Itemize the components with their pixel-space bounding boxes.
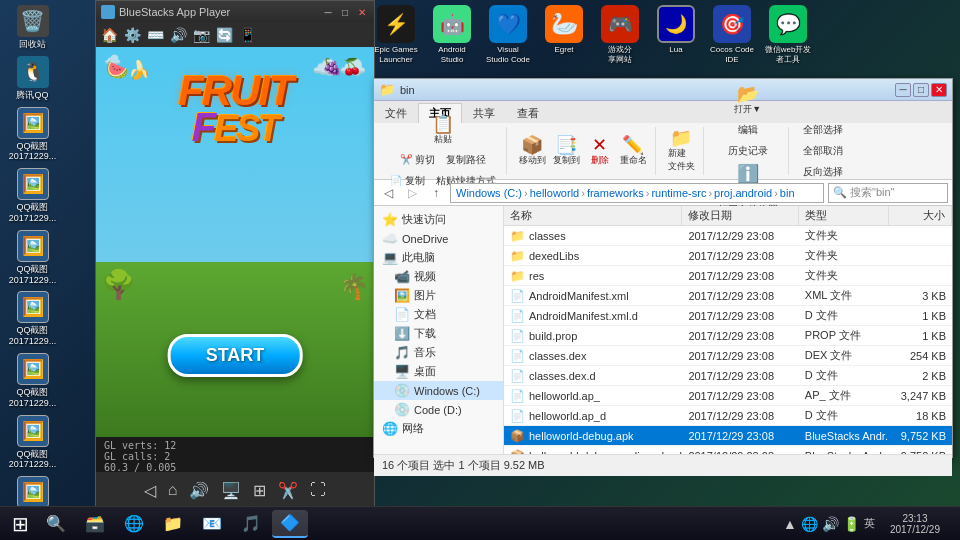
ribbon-copy-path-button[interactable]: 复制路径: [442, 151, 490, 169]
cocos-icon[interactable]: 🎯 Cocos CodeIDE: [706, 5, 758, 64]
taskbar-task-view-button[interactable]: 🗃️: [77, 510, 113, 538]
taskbar-edge-button[interactable]: 🌐: [116, 510, 152, 538]
address-path[interactable]: Windows (C:) › helloworld › frameworks ›…: [450, 183, 824, 203]
nav-item-video[interactable]: 📹 视频: [374, 267, 503, 286]
file-row-manifest-d[interactable]: 📄AndroidManifest.xml.d 2017/12/29 23:08 …: [504, 306, 952, 326]
emulator-volume-up-icon[interactable]: 🔊: [189, 481, 209, 500]
emulator-settings-icon[interactable]: ⚙️: [124, 27, 141, 43]
nav-item-onedrive[interactable]: ☁️ OneDrive: [374, 229, 503, 248]
file-row-manifest-xml[interactable]: 📄AndroidManifest.xml 2017/12/29 23:08 XM…: [504, 286, 952, 306]
forward-button[interactable]: ▷: [402, 183, 422, 203]
ribbon-rename-button[interactable]: ✏️ 重命名: [618, 134, 649, 169]
taskbar-clock[interactable]: 23:13 2017/12/29: [884, 513, 946, 535]
nav-item-quickaccess[interactable]: ⭐ 快速访问: [374, 210, 503, 229]
ribbon-history-button[interactable]: 历史记录: [724, 142, 772, 160]
file-row-dexedlibs[interactable]: 📁dexedLibs 2017/12/29 23:08 文件夹: [504, 246, 952, 266]
ribbon-select-all-button[interactable]: 全部选择: [799, 121, 847, 139]
nav-item-pictures[interactable]: 🖼️ 图片: [374, 286, 503, 305]
back-button[interactable]: ◁: [378, 183, 398, 203]
col-date-header[interactable]: 修改日期: [682, 206, 798, 225]
desktop-icon-screenshot3[interactable]: 🖼️ QQ截图20171229...: [5, 230, 60, 286]
emulator-maximize-button[interactable]: □: [338, 5, 352, 19]
nav-item-downloads[interactable]: ⬇️ 下载: [374, 324, 503, 343]
emulator-resize-icon[interactable]: ✂️: [278, 481, 298, 500]
nav-item-code-d[interactable]: 💿 Code (D:): [374, 400, 503, 419]
start-button[interactable]: ⊞: [5, 510, 35, 538]
emulator-rotate-icon[interactable]: 🔄: [216, 27, 233, 43]
file-row-apd[interactable]: 📄helloworld.ap_d 2017/12/29 23:08 D 文件 1…: [504, 406, 952, 426]
nav-item-network[interactable]: 🌐 网络: [374, 419, 503, 438]
emulator-close-button[interactable]: ✕: [355, 5, 369, 19]
emulator-keyboard-icon[interactable]: ⌨️: [147, 27, 164, 43]
file-row-res[interactable]: 📁res 2017/12/29 23:08 文件夹: [504, 266, 952, 286]
game-share-icon[interactable]: 🎮 游戏分享网站: [594, 5, 646, 64]
desktop-icon-screenshot6[interactable]: 🖼️ QQ截图20171229...: [5, 415, 60, 471]
ribbon-cut-button[interactable]: ✂️ 剪切: [396, 151, 439, 169]
game-start-button[interactable]: START: [168, 334, 303, 377]
col-size-header[interactable]: 大小: [889, 206, 952, 225]
ribbon-new-folder-button[interactable]: 📁 新建文件夹: [666, 127, 697, 175]
file-row-debug-apk[interactable]: 📦helloworld-debug.apk 2017/12/29 23:08 B…: [504, 426, 952, 446]
nav-item-windows-c[interactable]: 💿 Windows (C:): [374, 381, 503, 400]
col-name-header[interactable]: 名称: [504, 206, 682, 225]
path-bin[interactable]: bin: [780, 187, 795, 199]
path-helloworld[interactable]: helloworld: [530, 187, 580, 199]
file-explorer-close-button[interactable]: ✕: [931, 83, 947, 97]
tray-expand-icon[interactable]: ▲: [783, 516, 797, 532]
emulator-monitor-icon[interactable]: 🖥️: [221, 481, 241, 500]
taskbar-mail-button[interactable]: 📧: [194, 510, 230, 538]
file-row-classes-dex-d[interactable]: 📄classes.dex.d 2017/12/29 23:08 D 文件 2 K…: [504, 366, 952, 386]
nav-item-thispc[interactable]: 💻 此电脑: [374, 248, 503, 267]
ribbon-open-button[interactable]: 📂 打开▼: [732, 83, 763, 118]
col-type-header[interactable]: 类型: [799, 206, 889, 225]
ribbon-edit-button[interactable]: 编辑: [734, 121, 762, 139]
tray-network-icon[interactable]: 🌐: [801, 516, 818, 532]
egret-icon[interactable]: 🦢 Egret: [538, 5, 590, 55]
desktop-icon-recycle[interactable]: 🗑️ 回收站: [5, 5, 60, 50]
notification-button[interactable]: [949, 510, 955, 538]
emulator-back-icon[interactable]: ◁: [144, 481, 156, 500]
ribbon-tab-share[interactable]: 共享: [462, 103, 506, 123]
emulator-home-nav-icon[interactable]: ⌂: [168, 481, 178, 499]
file-row-buildprop[interactable]: 📄build.prop 2017/12/29 23:08 PROP 文件 1 K…: [504, 326, 952, 346]
epic-games-icon[interactable]: ⚡ Epic GamesLauncher: [370, 5, 422, 64]
tray-volume-icon[interactable]: 🔊: [822, 516, 839, 532]
taskbar-search-icon[interactable]: 🔍: [38, 510, 74, 538]
file-row-classes-dex[interactable]: 📄classes.dex 2017/12/29 23:08 DEX 文件 254…: [504, 346, 952, 366]
desktop-icon-screenshot4[interactable]: 🖼️ QQ截图20171229...: [5, 291, 60, 347]
lua-icon[interactable]: 🌙 Lua: [650, 5, 702, 55]
desktop-icon-screenshot2[interactable]: 🖼️ QQ截图20171229...: [5, 168, 60, 224]
emulator-minimize-button[interactable]: ─: [321, 5, 335, 19]
emulator-expand-icon[interactable]: ⊞: [253, 481, 266, 500]
android-studio-icon[interactable]: 🤖 AndroidStudio: [426, 5, 478, 64]
ribbon-copy-to-button[interactable]: 📑 复制到: [551, 134, 582, 169]
taskbar-media-button[interactable]: 🎵: [233, 510, 269, 538]
path-frameworks[interactable]: frameworks: [587, 187, 644, 199]
path-proj[interactable]: proj.android: [714, 187, 772, 199]
path-runtime[interactable]: runtime-src: [651, 187, 706, 199]
input-method-icon[interactable]: 英: [864, 516, 875, 531]
wechat-icon[interactable]: 💬 微信web开发者工具: [762, 5, 814, 64]
file-explorer-minimize-button[interactable]: ─: [895, 83, 911, 97]
desktop-icon-qq1[interactable]: 🐧 腾讯QQ: [5, 56, 60, 101]
emulator-fullscreen-icon[interactable]: ⛶: [310, 481, 326, 499]
ribbon-paste-button[interactable]: 📋 粘贴: [428, 113, 458, 148]
ribbon-move-button[interactable]: 📦 移动到: [517, 134, 548, 169]
ribbon-tab-view[interactable]: 查看: [506, 103, 550, 123]
nav-item-music[interactable]: 🎵 音乐: [374, 343, 503, 362]
ribbon-deselect-button[interactable]: 全部取消: [799, 142, 847, 160]
ribbon-delete-button[interactable]: ✕ 删除: [585, 134, 615, 169]
file-explorer-maximize-button[interactable]: □: [913, 83, 929, 97]
nav-item-desktop[interactable]: 🖥️ 桌面: [374, 362, 503, 381]
taskbar-bluestacks-button[interactable]: 🔷: [272, 510, 308, 538]
file-row-debug-unaligned[interactable]: 📦helloworld-debug-unaligned.apk 2017/12/…: [504, 446, 952, 454]
file-row-ap[interactable]: 📄helloworld.ap_ 2017/12/29 23:08 AP_ 文件 …: [504, 386, 952, 406]
path-windows[interactable]: Windows (C:): [456, 187, 522, 199]
emulator-volume-icon[interactable]: 🔊: [170, 27, 187, 43]
tray-battery-icon[interactable]: 🔋: [843, 516, 860, 532]
emulator-camera-icon[interactable]: 📷: [193, 27, 210, 43]
ribbon-tab-file[interactable]: 文件: [374, 103, 418, 123]
emulator-shake-icon[interactable]: 📱: [239, 27, 256, 43]
up-button[interactable]: ↑: [426, 183, 446, 203]
search-box[interactable]: 🔍 搜索"bin": [828, 183, 948, 203]
